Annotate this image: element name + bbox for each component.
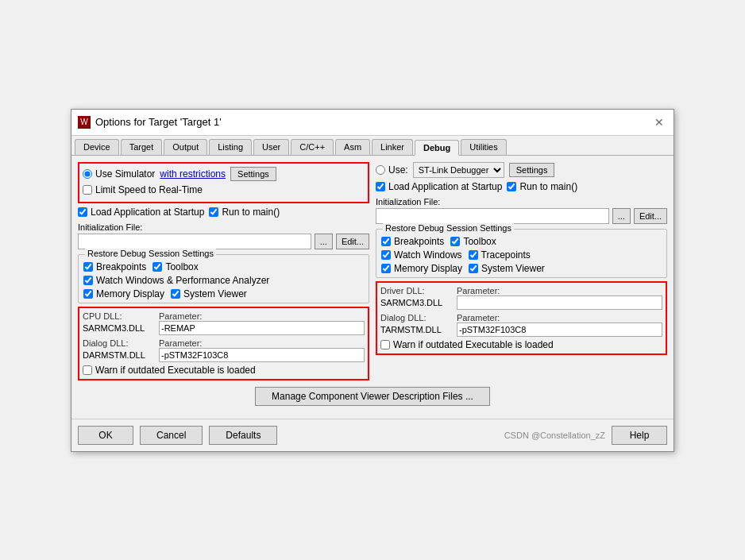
right-dialog-param-input[interactable]	[457, 322, 662, 337]
left-dll-section: CPU DLL: Parameter: SARMCM3.DLL Dialog D…	[78, 307, 369, 380]
right-sysviewer-label[interactable]: System Viewer	[469, 263, 545, 274]
limit-speed-label[interactable]: Limit Speed to Real-Time	[83, 184, 203, 195]
right-watch-label[interactable]: Watch Windows	[381, 249, 462, 261]
right-run-to-main-label[interactable]: Run to main()	[507, 181, 577, 192]
tab-user[interactable]: User	[253, 139, 289, 155]
tab-cpp[interactable]: C/C++	[291, 139, 334, 155]
right-use-radio-label[interactable]: Use:	[376, 164, 408, 176]
right-warn-label: Warn if outdated Executable is loaded	[393, 339, 554, 350]
right-tracepoints-checkbox[interactable]	[469, 250, 478, 260]
right-load-run-row: Load Application at Startup Run to main(…	[376, 181, 667, 192]
left-run-to-main-label[interactable]: Run to main()	[209, 207, 280, 218]
right-toolbox-checkbox[interactable]	[450, 237, 460, 246]
left-dialog-param-input[interactable]	[159, 348, 365, 362]
right-memory-label[interactable]: Memory Display	[381, 263, 462, 274]
right-restore-title: Restore Debug Session Settings	[383, 223, 514, 233]
tab-device[interactable]: Device	[75, 139, 119, 155]
defaults-button[interactable]: Defaults	[209, 426, 277, 445]
restrictions-link[interactable]: with restrictions	[160, 168, 226, 180]
use-simulator-radio[interactable]	[83, 169, 92, 179]
right-warn-checkbox[interactable]	[380, 340, 390, 350]
right-dialog-dll-value: TARMSTM.DLL	[380, 325, 452, 334]
right-breakpoints-label[interactable]: Breakpoints	[381, 236, 444, 247]
right-driver-dll-header: Driver DLL:	[380, 286, 452, 295]
limit-speed-checkbox[interactable]	[83, 185, 92, 195]
right-debugger-select[interactable]: ST-Link Debugger	[413, 162, 504, 178]
left-sysviewer-checkbox[interactable]	[171, 289, 180, 299]
right-restore-row1: Breakpoints Toolbox	[381, 236, 662, 247]
right-watch-checkbox[interactable]	[381, 250, 391, 260]
left-restore-row3: Memory Display System Viewer	[83, 288, 364, 299]
right-init-input[interactable]	[376, 208, 609, 224]
right-restore-content: Breakpoints Toolbox Watch Windows	[381, 236, 662, 274]
left-cpu-param-input[interactable]	[159, 321, 365, 335]
left-load-app-label[interactable]: Load Application at Startup	[78, 207, 204, 218]
left-breakpoints-checkbox[interactable]	[83, 262, 93, 272]
right-driver-dll-value: SARMCM3.DLL	[380, 298, 452, 307]
left-restore-row2: Watch Windows & Performance Analyzer	[83, 275, 364, 286]
right-init-browse-button[interactable]: ...	[612, 208, 631, 224]
left-sysviewer-label[interactable]: System Viewer	[171, 288, 247, 299]
right-restore-group: Restore Debug Session Settings Breakpoin…	[376, 229, 667, 278]
left-run-to-main-checkbox[interactable]	[209, 207, 218, 217]
left-load-app-checkbox[interactable]	[78, 207, 87, 217]
footer-bar: OK Cancel Defaults CSDN @Constellation_z…	[71, 419, 674, 451]
left-init-edit-button[interactable]: Edit...	[336, 234, 369, 249]
right-dialog-dll-header: Dialog DLL:	[380, 313, 452, 322]
main-window: W Options for Target 'Target 1' ✕ Device…	[71, 109, 674, 452]
right-load-app-checkbox[interactable]	[376, 182, 385, 191]
tab-debug[interactable]: Debug	[415, 140, 459, 156]
help-button[interactable]: Help	[612, 426, 667, 445]
left-init-label: Initialization File:	[78, 222, 369, 232]
left-breakpoints-label[interactable]: Breakpoints	[83, 261, 146, 272]
right-use-row: Use: ST-Link Debugger Settings	[376, 162, 667, 178]
left-cpu-dll-header: CPU DLL:	[83, 311, 154, 321]
left-toolbox-label[interactable]: Toolbox	[152, 261, 198, 272]
right-restore-row2: Watch Windows Tracepoints	[381, 249, 662, 261]
close-button[interactable]: ✕	[651, 114, 667, 130]
title-bar: W Options for Target 'Target 1' ✕	[71, 110, 674, 136]
right-use-radio[interactable]	[376, 165, 385, 175]
right-breakpoints-checkbox[interactable]	[381, 237, 391, 246]
right-run-to-main-checkbox[interactable]	[507, 182, 516, 191]
left-load-run-row: Load Application at Startup Run to main(…	[78, 207, 369, 218]
left-toolbox-checkbox[interactable]	[152, 262, 162, 272]
left-restore-title: Restore Debug Session Settings	[85, 249, 216, 258]
tab-asm[interactable]: Asm	[335, 139, 370, 155]
title-bar-left: W Options for Target 'Target 1'	[78, 116, 222, 129]
tab-target[interactable]: Target	[121, 139, 163, 155]
right-toolbox-label[interactable]: Toolbox	[450, 236, 496, 247]
right-tracepoints-label[interactable]: Tracepoints	[469, 249, 531, 261]
right-load-app-label[interactable]: Load Application at Startup	[376, 181, 502, 192]
left-watch-checkbox[interactable]	[83, 276, 93, 285]
left-warn-checkbox[interactable]	[83, 365, 92, 375]
tab-utilities[interactable]: Utilities	[461, 139, 506, 155]
right-init-section: Initialization File: ... Edit...	[376, 197, 667, 224]
left-watch-label[interactable]: Watch Windows & Performance Analyzer	[83, 275, 269, 286]
ok-button[interactable]: OK	[78, 426, 133, 445]
left-warn-label: Warn if outdated Executable is loaded	[95, 365, 256, 376]
right-driver-param-input[interactable]	[457, 295, 662, 310]
use-simulator-label[interactable]: Use Simulator	[83, 168, 155, 180]
manage-button[interactable]: Manage Component Viewer Description File…	[255, 387, 490, 406]
left-init-row: ... Edit...	[78, 234, 369, 249]
right-dialog-dll-row: TARMSTM.DLL	[380, 322, 662, 337]
left-memory-checkbox[interactable]	[83, 289, 93, 299]
left-column: Use Simulator with restrictions Settings…	[78, 162, 369, 380]
tab-linker[interactable]: Linker	[372, 139, 413, 155]
right-init-row: ... Edit...	[376, 208, 667, 224]
left-dialog-dll-row: DARMSTM.DLL	[83, 348, 365, 362]
left-memory-label[interactable]: Memory Display	[83, 288, 164, 299]
right-settings-button[interactable]: Settings	[509, 163, 555, 177]
left-init-browse-button[interactable]: ...	[315, 234, 333, 249]
left-init-input[interactable]	[78, 234, 311, 249]
cancel-button[interactable]: Cancel	[140, 426, 203, 445]
tab-listing[interactable]: Listing	[209, 139, 252, 155]
right-init-edit-button[interactable]: Edit...	[634, 208, 667, 224]
watermark-text: CSDN @Constellation_zZ	[504, 431, 605, 440]
tab-output[interactable]: Output	[164, 139, 207, 155]
simulator-row: Use Simulator with restrictions Settings	[83, 167, 365, 181]
right-sysviewer-checkbox[interactable]	[469, 264, 478, 273]
simulator-settings-button[interactable]: Settings	[230, 167, 276, 181]
right-memory-checkbox[interactable]	[381, 264, 391, 273]
